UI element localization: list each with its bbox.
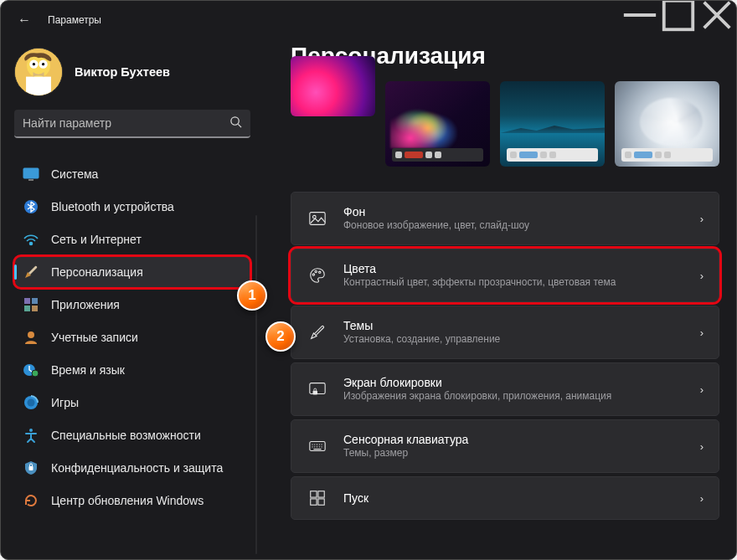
- svg-rect-15: [24, 306, 30, 311]
- sidebar-item-bluetooth[interactable]: Bluetooth и устройства: [14, 191, 250, 223]
- sidebar-item-label: Система: [51, 167, 98, 181]
- card-subtitle: Изображения экрана блокировки, приложени…: [343, 390, 700, 403]
- accessibility-icon: [23, 427, 39, 444]
- search-icon: [229, 116, 242, 131]
- user-block[interactable]: Виктор Бухтеев: [14, 39, 250, 105]
- card-title: Экран блокировки: [343, 375, 700, 390]
- avatar: [14, 48, 63, 96]
- sidebar-item-label: Игры: [51, 396, 79, 409]
- card-touch-keyboard[interactable]: Сенсорная клавиатура Темы, размер ›: [291, 419, 719, 473]
- svg-point-8: [231, 117, 239, 125]
- svg-point-19: [32, 370, 39, 377]
- svg-rect-13: [24, 298, 30, 304]
- wifi-icon: [23, 231, 39, 248]
- card-lockscreen[interactable]: Экран блокировки Изображения экрана блок…: [291, 362, 719, 416]
- card-title: Темы: [343, 318, 700, 333]
- svg-rect-30: [313, 391, 318, 395]
- sidebar-item-personalization[interactable]: Персонализация: [14, 256, 250, 288]
- theme-preview[interactable]: [291, 56, 375, 116]
- svg-rect-35: [318, 499, 324, 505]
- clock-globe-icon: [23, 362, 39, 378]
- shield-icon: [23, 460, 39, 476]
- card-colors[interactable]: Цвета Контрастный цвет, эффекты прозрачн…: [291, 249, 719, 302]
- svg-rect-32: [311, 491, 317, 497]
- display-icon: [23, 166, 39, 182]
- window-controls: [621, 1, 736, 29]
- close-button[interactable]: [698, 1, 736, 29]
- svg-point-12: [30, 243, 33, 245]
- apps-icon: [23, 296, 39, 313]
- sidebar-item-time-language[interactable]: Время и язык: [14, 354, 250, 386]
- settings-window: ← Параметры Виктор Бухтеев: [0, 0, 737, 560]
- svg-rect-33: [318, 491, 324, 497]
- sidebar-item-label: Bluetooth и устройства: [51, 200, 174, 213]
- card-title: Сенсорная клавиатура: [343, 432, 700, 447]
- brush-icon: [307, 321, 328, 343]
- search-box[interactable]: [14, 110, 250, 138]
- sidebar-item-label: Сеть и Интернет: [51, 233, 142, 246]
- sidebar-item-label: Время и язык: [51, 363, 125, 377]
- gamepad-icon: [23, 394, 39, 411]
- card-title: Пуск: [343, 491, 700, 506]
- sidebar-item-label: Учетные записи: [51, 331, 138, 344]
- chevron-right-icon: ›: [700, 270, 704, 282]
- chevron-right-icon: ›: [700, 440, 704, 453]
- theme-preview[interactable]: [615, 81, 719, 167]
- card-subtitle: Фоновое изображение, цвет, слайд-шоу: [343, 219, 700, 233]
- svg-rect-0: [664, 1, 693, 30]
- svg-rect-24: [310, 213, 325, 225]
- user-icon: [23, 329, 39, 346]
- chevron-right-icon: ›: [700, 383, 704, 396]
- svg-point-5: [33, 63, 35, 65]
- sidebar-item-label: Приложения: [51, 298, 120, 311]
- annotation-bubble-2: 2: [265, 321, 296, 352]
- svg-rect-9: [23, 168, 39, 178]
- sidebar-scrollbar[interactable]: [255, 215, 257, 554]
- main-content: Персонализация Фон Фоновое изображение, …: [260, 39, 736, 560]
- chevron-right-icon: ›: [700, 326, 704, 339]
- minimize-button[interactable]: [621, 1, 659, 29]
- svg-point-25: [313, 215, 317, 218]
- card-subtitle: Темы, размер: [343, 447, 700, 460]
- sidebar-item-network[interactable]: Сеть и Интернет: [14, 223, 250, 255]
- theme-preview[interactable]: [385, 81, 490, 167]
- sidebar-item-accessibility[interactable]: Специальные возможности: [14, 419, 250, 451]
- svg-rect-34: [311, 499, 317, 505]
- window-title: Параметры: [41, 14, 101, 26]
- bluetooth-icon: [23, 198, 39, 215]
- svg-point-17: [28, 331, 34, 338]
- user-name: Виктор Бухтеев: [75, 64, 170, 80]
- card-title: Фон: [343, 204, 700, 219]
- paintbrush-icon: [23, 264, 39, 280]
- card-title: Цвета: [343, 261, 700, 276]
- sidebar-item-label: Персонализация: [51, 265, 143, 279]
- sidebar-item-windows-update[interactable]: Центр обновления Windows: [14, 485, 250, 516]
- card-subtitle: Контрастный цвет, эффекты прозрачности, …: [343, 276, 700, 290]
- svg-rect-23: [29, 466, 34, 470]
- svg-rect-14: [32, 298, 38, 304]
- start-icon: [307, 487, 328, 509]
- keyboard-icon: [307, 435, 328, 457]
- sidebar-item-privacy[interactable]: Конфиденциальность и защита: [14, 452, 250, 484]
- sidebar-item-system[interactable]: Система: [14, 158, 250, 190]
- card-background[interactable]: Фон Фоновое изображение, цвет, слайд-шоу…: [291, 192, 719, 245]
- annotation-bubble-1: 1: [237, 280, 267, 311]
- sidebar-item-accounts[interactable]: Учетные записи: [14, 321, 250, 353]
- sidebar: Виктор Бухтеев Система Bluetooth и устро…: [1, 39, 260, 560]
- card-themes[interactable]: Темы Установка, создание, управление ›: [291, 306, 719, 359]
- theme-preview[interactable]: [500, 81, 605, 167]
- svg-point-26: [312, 274, 314, 275]
- sidebar-item-label: Специальные возможности: [51, 429, 201, 442]
- sidebar-item-apps[interactable]: Приложения: [14, 289, 250, 321]
- back-button[interactable]: ←: [8, 8, 41, 33]
- maximize-button[interactable]: [659, 1, 698, 29]
- svg-rect-7: [26, 77, 51, 95]
- card-subtitle: Установка, создание, управление: [343, 333, 700, 347]
- card-start[interactable]: Пуск ›: [291, 476, 719, 520]
- svg-point-27: [315, 270, 317, 272]
- update-icon: [23, 492, 39, 509]
- nav-list: Система Bluetooth и устройства Сеть и Ин…: [14, 158, 250, 516]
- search-input[interactable]: [23, 116, 229, 130]
- sidebar-item-gaming[interactable]: Игры: [14, 387, 250, 419]
- svg-point-6: [42, 63, 44, 65]
